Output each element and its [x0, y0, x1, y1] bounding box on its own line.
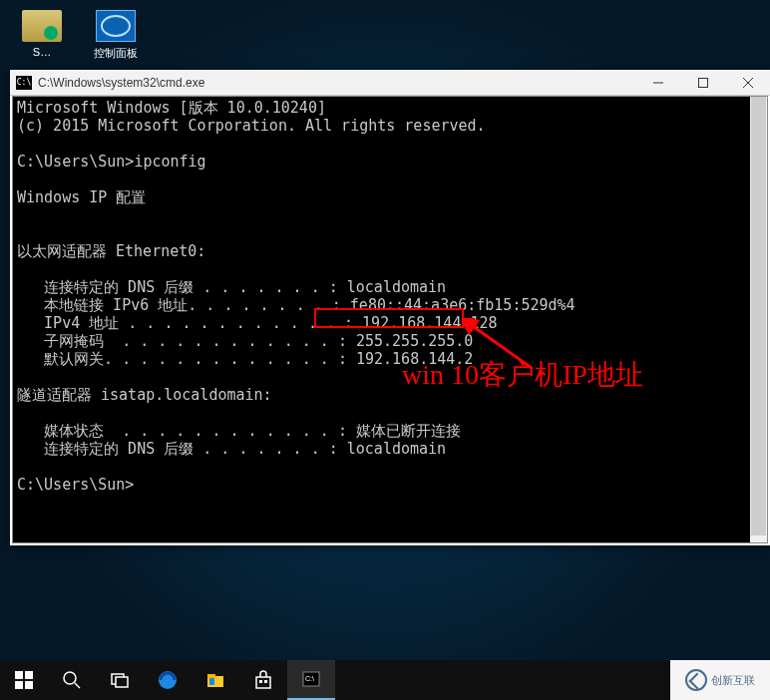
svg-rect-19 — [264, 680, 267, 683]
control-panel-icon — [96, 10, 136, 42]
svg-point-9 — [64, 672, 76, 684]
window-title: C:\Windows\system32\cmd.exe — [38, 76, 635, 90]
svg-rect-8 — [25, 681, 33, 689]
task-view-icon — [110, 670, 130, 690]
taskbar-cmd[interactable]: C:\ — [287, 660, 335, 700]
taskbar-store[interactable] — [239, 660, 287, 700]
start-button[interactable] — [0, 660, 48, 700]
svg-rect-17 — [256, 677, 270, 688]
desktop-icon-label: 控制面板 — [86, 46, 146, 61]
search-icon — [62, 670, 82, 690]
watermark-text: 创新互联 — [711, 673, 755, 688]
user-folder-icon — [22, 10, 62, 42]
terminal-output: Microsoft Windows [版本 10.0.10240] (c) 20… — [13, 97, 767, 496]
svg-rect-6 — [25, 671, 33, 679]
maximize-button[interactable] — [680, 70, 725, 96]
desktop-icon-label: S… — [12, 46, 72, 58]
edge-icon — [158, 670, 178, 690]
desktop-icon-user[interactable]: S… — [12, 10, 72, 58]
close-button[interactable] — [725, 70, 770, 96]
titlebar[interactable]: C:\ C:\Windows\system32\cmd.exe — [10, 70, 770, 96]
svg-text:C:\: C:\ — [305, 675, 314, 682]
svg-rect-16 — [209, 678, 214, 685]
svg-line-10 — [75, 683, 80, 688]
terminal-body[interactable]: Microsoft Windows [版本 10.0.10240] (c) 20… — [12, 96, 768, 543]
ipv4-highlight-box — [314, 308, 464, 328]
svg-rect-18 — [259, 680, 262, 683]
cmd-icon: C:\ — [16, 76, 32, 90]
annotation-label: win 10客户机IP地址 — [402, 356, 643, 394]
task-view-button[interactable] — [96, 660, 144, 700]
taskbar-explorer[interactable] — [192, 660, 239, 700]
search-button[interactable] — [48, 660, 96, 700]
svg-rect-1 — [698, 78, 707, 87]
svg-rect-5 — [15, 671, 23, 679]
svg-rect-7 — [15, 681, 23, 689]
store-icon — [253, 670, 273, 690]
watermark-logo-icon — [685, 669, 707, 691]
scrollbar[interactable] — [750, 97, 767, 542]
cmd-window: C:\ C:\Windows\system32\cmd.exe Microsof… — [10, 70, 770, 545]
minimize-button[interactable] — [635, 70, 680, 96]
taskbar: C:\ — [0, 660, 770, 700]
watermark: 创新互联 — [670, 660, 770, 700]
taskbar-edge[interactable] — [144, 660, 192, 700]
folder-icon — [205, 670, 225, 690]
scrollbar-thumb[interactable] — [751, 97, 766, 535]
svg-rect-12 — [116, 677, 128, 687]
svg-rect-15 — [207, 674, 215, 678]
desktop-icon-control-panel[interactable]: 控制面板 — [86, 10, 146, 61]
terminal-icon: C:\ — [301, 669, 321, 689]
